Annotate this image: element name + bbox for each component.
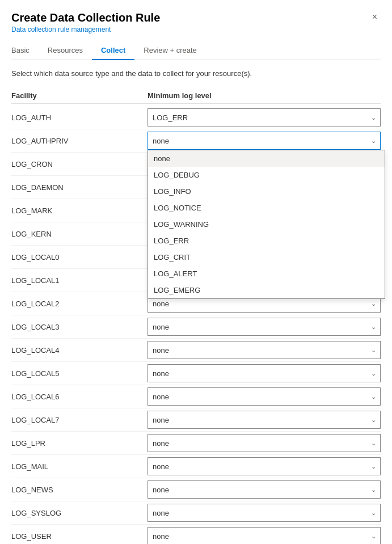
facility-name: LOG_LOCAL7 (11, 416, 147, 424)
log-level-dropdown-open-container: none ⌄ none LOG_DEBUG LOG_INFO LOG_NOTIC… (147, 132, 381, 150)
log-level-select[interactable]: none (147, 411, 381, 429)
log-level-dropdown-container: LOG_ERR ⌄ (147, 108, 381, 126)
facility-name: LOG_LOCAL1 (11, 276, 147, 285)
log-level-dropdown-container: none ⌄ (147, 341, 381, 359)
table-row: LOG_LOCAL7 none ⌄ (11, 408, 381, 432)
col-facility-header: Facility (11, 91, 147, 100)
facility-name: LOG_LOCAL2 (11, 300, 147, 308)
dialog-title: Create Data Collection Rule (11, 11, 160, 24)
log-level-dropdown-container: none ⌄ (147, 457, 381, 475)
log-level-select[interactable]: LOG_ERR (147, 108, 381, 126)
table-row: LOG_NEWS none ⌄ (11, 478, 381, 501)
log-level-select[interactable]: none (147, 318, 381, 336)
log-level-select[interactable]: none (147, 434, 381, 452)
dropdown-option-log-debug[interactable]: LOG_DEBUG (148, 167, 385, 183)
log-level-dropdown-container: none ⌄ (147, 387, 381, 406)
log-level-select-open[interactable]: none (147, 132, 381, 150)
facility-name: LOG_CRON (11, 160, 147, 168)
log-level-select[interactable]: none (147, 387, 381, 406)
log-level-select[interactable]: none (147, 527, 381, 544)
dropdown-option-log-notice[interactable]: LOG_NOTICE (148, 200, 385, 216)
log-level-dropdown-container: none ⌄ (147, 364, 381, 382)
dialog: Create Data Collection Rule Data collect… (0, 0, 392, 544)
facility-name: LOG_LOCAL3 (11, 323, 147, 331)
facility-name: LOG_AUTH (11, 113, 147, 122)
facility-name: LOG_MARK (11, 206, 147, 215)
table-row: LOG_LOCAL3 none ⌄ (11, 315, 381, 339)
facility-name: LOG_KERN (11, 230, 147, 238)
log-level-select[interactable]: none (147, 504, 381, 522)
facility-name: LOG_LOCAL6 (11, 393, 147, 401)
log-level-select[interactable]: none (147, 341, 381, 359)
log-level-dropdown-container: none ⌄ (147, 411, 381, 429)
tabs-bar: Basic Resources Collect Review + create (11, 41, 381, 60)
facility-name: LOG_LOCAL5 (11, 369, 147, 378)
table-row: LOG_USER none ⌄ (11, 525, 381, 544)
log-level-dropdown-container: none ⌄ (147, 480, 381, 499)
log-level-select[interactable]: none (147, 480, 381, 499)
table-row: LOG_LOCAL5 none ⌄ (11, 362, 381, 385)
dropdown-option-log-warning[interactable]: LOG_WARNING (148, 216, 385, 233)
tab-resources[interactable]: Resources (39, 41, 92, 60)
facility-name: LOG_DAEMON (11, 183, 147, 192)
facility-name: LOG_AUTHPRIV (11, 137, 147, 145)
log-level-dropdown-container: none ⌄ (147, 318, 381, 336)
tab-collect[interactable]: Collect (92, 41, 134, 60)
header-text: Create Data Collection Rule Data collect… (11, 11, 160, 33)
facility-name: LOG_LOCAL0 (11, 253, 147, 262)
facility-name: LOG_USER (11, 532, 147, 541)
dropdown-option-none[interactable]: none (148, 150, 385, 167)
table-row: LOG_MAIL none ⌄ (11, 455, 381, 478)
table-row: LOG_LOCAL4 none ⌄ (11, 339, 381, 362)
log-level-dropdown-container: none ⌄ (147, 434, 381, 452)
dropdown-popup: none LOG_DEBUG LOG_INFO LOG_NOTICE LOG_W… (147, 150, 385, 299)
dropdown-option-log-alert[interactable]: LOG_ALERT (148, 265, 385, 282)
facility-name: LOG_MAIL (11, 462, 147, 471)
dialog-header: Create Data Collection Rule Data collect… (11, 11, 381, 33)
close-button[interactable]: × (369, 11, 381, 23)
table-row: LOG_AUTH LOG_ERR ⌄ (11, 106, 381, 129)
log-level-dropdown-container: none ⌄ (147, 504, 381, 522)
table-row: LOG_LPR none ⌄ (11, 432, 381, 455)
facility-table: Facility Minimum log level LOG_AUTH LOG_… (11, 88, 381, 544)
log-level-select[interactable]: none (147, 457, 381, 475)
dropdown-option-log-emerg[interactable]: LOG_EMERG (148, 282, 385, 298)
dropdown-option-log-crit[interactable]: LOG_CRIT (148, 249, 385, 265)
table-header: Facility Minimum log level (11, 88, 381, 104)
facility-name: LOG_SYSLOG (11, 509, 147, 517)
facility-name: LOG_LPR (11, 439, 147, 448)
page-description: Select which data source type and the da… (11, 69, 381, 78)
tab-basic[interactable]: Basic (11, 41, 39, 60)
facility-name: LOG_NEWS (11, 486, 147, 494)
table-row: LOG_AUTHPRIV none ⌄ none LOG_DEBUG LOG_I… (11, 129, 381, 153)
tab-review[interactable]: Review + create (134, 41, 206, 60)
table-row: LOG_SYSLOG none ⌄ (11, 501, 381, 525)
table-row: LOG_LOCAL6 none ⌄ (11, 385, 381, 408)
dropdown-option-log-err[interactable]: LOG_ERR (148, 233, 385, 249)
dropdown-option-log-info[interactable]: LOG_INFO (148, 183, 385, 200)
facility-name: LOG_LOCAL4 (11, 346, 147, 355)
log-level-dropdown-container: none ⌄ (147, 527, 381, 544)
col-loglevel-header: Minimum log level (147, 91, 381, 100)
log-level-select[interactable]: none (147, 364, 381, 382)
dialog-subtitle: Data collection rule management (11, 26, 160, 33)
